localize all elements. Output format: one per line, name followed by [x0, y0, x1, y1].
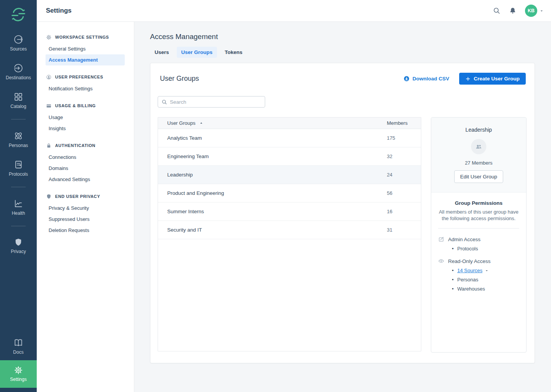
card-title: User Groups	[160, 75, 199, 83]
rail-item-privacy[interactable]: Privacy	[0, 238, 37, 254]
rail-item-protocols[interactable]: Protocols	[0, 160, 37, 177]
search-input[interactable]	[170, 99, 261, 105]
rail-item-label: Settings	[10, 377, 26, 382]
nav-item-usage[interactable]: Usage	[46, 112, 125, 123]
tab-bar: Users User Groups Tokens	[150, 47, 535, 58]
group-name-cell: Leadership	[167, 172, 387, 178]
rail-item-sources[interactable]: Sources	[0, 34, 37, 52]
table-row[interactable]: Engineering Team 32	[158, 147, 421, 166]
download-icon	[403, 75, 410, 82]
nav-section-usage-billing: USAGE & BILLING Usage Insights	[37, 102, 134, 134]
sources-icon	[13, 34, 23, 44]
rail-item-label: Personas	[9, 143, 28, 148]
card-actions: Download CSV Create User Group	[403, 73, 526, 85]
group-name: Leadership	[437, 127, 520, 133]
topbar: Settings KB	[37, 0, 551, 22]
group-permissions: Group Permissions All members of this us…	[431, 193, 526, 306]
nav-section-heading: USER PREFERENCES	[37, 73, 134, 81]
group-avatar	[471, 139, 486, 154]
nav-section-title: WORKSPACE SETTINGS	[55, 35, 109, 39]
search-icon[interactable]	[493, 7, 500, 15]
rail-item-personas[interactable]: Personas	[0, 131, 37, 148]
tab-user-groups[interactable]: User Groups	[177, 47, 217, 58]
nav-item-general-settings[interactable]: General Settings	[46, 43, 125, 54]
search-box	[158, 96, 265, 108]
bell-icon[interactable]	[509, 7, 517, 15]
rail-item-settings[interactable]: Settings	[0, 360, 37, 388]
download-csv-button[interactable]: Download CSV	[403, 75, 449, 82]
rail-item-docs[interactable]: Docs	[0, 338, 37, 355]
main-content: Access Management Users User Groups Toke…	[134, 22, 551, 392]
readonly-access-header: Read-Only Access	[438, 258, 519, 264]
nav-section-title: USAGE & BILLING	[55, 103, 96, 108]
segment-logo-icon	[10, 7, 26, 23]
nav-section-user-preferences: USER PREFERENCES Notification Settings	[37, 73, 134, 94]
members-count-cell: 175	[387, 135, 414, 141]
app-root: Sources Destinations Catalog Personas Pr…	[0, 0, 551, 392]
shell: Settings KB WORKSPACE SETTINGS Gener	[37, 0, 551, 392]
nav-section-workspace-settings: WORKSPACE SETTINGS General Settings Acce…	[37, 33, 134, 65]
settings-subnav: WORKSPACE SETTINGS General Settings Acce…	[37, 22, 134, 392]
group-summary: Leadership 27 Members Edit User Group	[431, 118, 526, 193]
user-groups-table: User Groups Members Analytics Team 175	[158, 117, 421, 351]
nav-section-end-user-privacy: END USER PRIVACY Privacy & Security Supp…	[37, 193, 134, 236]
nav-item-advanced-settings[interactable]: Advanced Settings	[46, 174, 125, 185]
nav-item-access-management[interactable]: Access Management	[46, 54, 125, 65]
nav-item-connections[interactable]: Connections	[46, 152, 125, 163]
nav-section-heading: WORKSPACE SETTINGS	[37, 33, 134, 41]
admin-access-group: Admin Access Protocols	[438, 236, 519, 252]
create-user-group-label: Create User Group	[474, 76, 520, 82]
rail-item-catalog[interactable]: Catalog	[0, 92, 37, 109]
rail-item-destinations[interactable]: Destinations	[0, 63, 37, 80]
user-menu[interactable]: KB	[525, 5, 544, 17]
nav-item-deletion-requests[interactable]: Deletion Requests	[46, 225, 125, 236]
create-user-group-button[interactable]: Create User Group	[459, 73, 526, 85]
table-row[interactable]: Analytics Team 175	[158, 129, 421, 147]
group-name-cell: Summer Interns	[167, 209, 387, 214]
nav-item-notification-settings[interactable]: Notification Settings	[46, 83, 125, 94]
personas-icon	[13, 131, 23, 141]
readonly-access-group: Read-Only Access 14 Sources Personas War…	[438, 258, 519, 292]
page-header-title: Settings	[46, 7, 72, 15]
rail-item-health[interactable]: Health	[0, 199, 37, 216]
segment-logo[interactable]	[10, 6, 26, 23]
readonly-access-list: 14 Sources Personas Warehouses	[438, 268, 519, 292]
person-circle-icon	[46, 74, 52, 80]
rail-divider	[11, 226, 26, 226]
column-header-user-groups[interactable]: User Groups	[167, 120, 387, 126]
nav-section-heading: AUTHENTICATION	[37, 142, 134, 149]
tab-users[interactable]: Users	[150, 47, 174, 58]
group-members-count: 27 Members	[437, 160, 520, 166]
column-header-members: Members	[387, 120, 414, 126]
nav-item-insights[interactable]: Insights	[46, 123, 125, 134]
group-name-cell: Engineering Team	[167, 154, 387, 159]
admin-access-header: Admin Access	[438, 236, 519, 242]
edit-user-group-button[interactable]: Edit User Group	[454, 170, 504, 183]
chevron-down-icon	[484, 268, 489, 273]
list-item: 14 Sources	[452, 268, 519, 273]
tab-tokens[interactable]: Tokens	[220, 47, 247, 58]
table-row[interactable]: Product and Engineering 56	[158, 184, 421, 203]
group-name-cell: Analytics Team	[167, 135, 387, 141]
members-count-cell: 56	[387, 190, 414, 196]
avatar: KB	[525, 5, 537, 17]
admin-access-label: Admin Access	[448, 237, 481, 242]
sidebar-rail: Sources Destinations Catalog Personas Pr…	[0, 0, 37, 392]
table-row[interactable]: Summer Interns 16	[158, 203, 421, 221]
rail-item-label: Catalog	[10, 104, 26, 109]
users-icon	[474, 142, 483, 151]
nav-item-privacy-security[interactable]: Privacy & Security	[46, 203, 125, 214]
nav-item-domains[interactable]: Domains	[46, 163, 125, 174]
catalog-icon	[13, 92, 23, 102]
sources-count-link[interactable]: 14 Sources	[457, 268, 483, 273]
nav-item-suppressed-users[interactable]: Suppressed Users	[46, 214, 125, 225]
table-header-row: User Groups Members	[158, 118, 421, 129]
plus-icon	[465, 76, 471, 82]
table-row[interactable]: Security and IT 31	[158, 221, 421, 239]
table-row-selected[interactable]: Leadership 24	[158, 166, 421, 184]
nav-section-title: USER PREFERENCES	[55, 75, 103, 79]
gear-icon	[14, 366, 23, 375]
members-count-cell: 16	[387, 209, 414, 214]
card-content: User Groups Members Analytics Team 175	[158, 117, 527, 353]
shield-icon	[46, 194, 52, 199]
